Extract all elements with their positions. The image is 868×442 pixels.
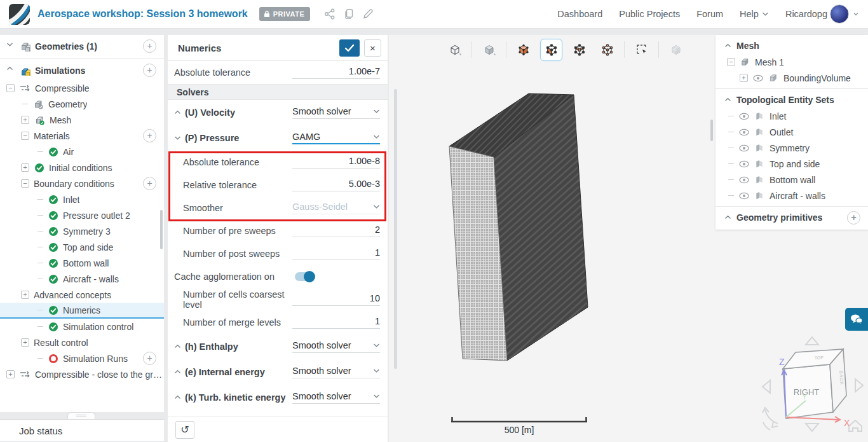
chevron-up-icon[interactable] (6, 66, 15, 74)
tree-item-numerics[interactable]: Numerics (0, 303, 164, 319)
settings-panel-scrollbar[interactable] (394, 89, 397, 369)
scene-item-top-and-side[interactable]: Top and side (715, 156, 868, 172)
tree-item-geometries-1[interactable]: Geometries (1)+ (0, 36, 164, 56)
dropdown-k-turb-kinetic-energy[interactable]: Smooth solver (292, 391, 380, 404)
value-input[interactable]: 1.00e-8 (292, 156, 380, 169)
user-avatar[interactable] (830, 4, 849, 24)
tree-item-pressure-outlet-2[interactable]: Pressure outlet 2 (0, 207, 164, 223)
eye-icon[interactable] (739, 192, 749, 200)
undo-button[interactable]: ↺ (175, 421, 194, 439)
value-input[interactable]: 1.00e-7 (292, 66, 380, 79)
scene-item-bottom-wall[interactable]: Bottom wall (715, 172, 868, 188)
value-input[interactable]: 10 (292, 293, 380, 306)
job-status-collapse-handle[interactable] (67, 412, 95, 419)
collapse-icon[interactable]: − (21, 179, 29, 188)
panel-header-geometry-primitives[interactable]: Geometry primitives+ (715, 209, 868, 226)
app-logo[interactable] (9, 4, 30, 25)
confirm-button[interactable] (339, 39, 360, 57)
add-button[interactable]: + (847, 211, 860, 224)
navigation-cube[interactable]: RIGHT TOP BACK Z X Y (756, 329, 868, 439)
expand-icon[interactable]: + (21, 338, 29, 347)
nav-home-icon (849, 420, 862, 431)
check-green-icon (48, 226, 58, 237)
scene-item-outlet[interactable]: Outlet (715, 124, 868, 140)
scene-item-inlet[interactable]: Inlet (715, 108, 868, 124)
tree-item-compressible-close-to-the-grou[interactable]: +Compressible - close to the grou... (0, 366, 164, 382)
tree-item-symmetry-3[interactable]: Symmetry 3 (0, 223, 164, 239)
tree-item-geometry[interactable]: Geometry (0, 96, 164, 112)
tree-item-initial-conditions[interactable]: +Initial conditions (0, 160, 164, 176)
eye-icon[interactable] (739, 160, 749, 168)
eye-icon[interactable] (739, 128, 749, 136)
scene-item-label: BoundingVolume (783, 73, 851, 83)
close-button[interactable]: × (364, 39, 381, 57)
value-input[interactable]: 1 (292, 316, 380, 329)
toggle-switch[interactable] (295, 272, 314, 281)
eye-icon[interactable] (739, 176, 749, 184)
value-input[interactable]: 5.00e-3 (292, 179, 380, 191)
add-button[interactable]: + (143, 64, 156, 77)
scene-tree-scrollbar[interactable] (710, 120, 713, 141)
collapse-icon[interactable]: − (21, 132, 29, 140)
value-input[interactable]: 1 (292, 247, 380, 260)
expand-icon[interactable]: + (740, 74, 748, 82)
tree-item-top-and-side[interactable]: Top and side (0, 239, 164, 255)
tree-item-mesh[interactable]: +Mesh (0, 112, 164, 128)
nav-item-ricardopg[interactable]: Ricardopg (785, 9, 827, 19)
scene-item-boundingvolume[interactable]: +BoundingVolume (715, 70, 868, 86)
chevron-up-icon[interactable] (174, 110, 181, 115)
tree-item-advanced-concepts[interactable]: +Advanced concepts (0, 287, 164, 303)
edit-icon[interactable] (362, 8, 374, 20)
chevron-down-icon[interactable] (6, 42, 15, 50)
expand-icon[interactable]: + (21, 116, 29, 124)
share-icon[interactable] (324, 8, 336, 20)
chevron-up-icon[interactable] (174, 344, 181, 349)
collapse-icon[interactable]: − (6, 84, 15, 92)
add-button[interactable]: + (143, 39, 156, 53)
copy-icon[interactable] (343, 8, 355, 20)
expand-icon[interactable]: + (21, 291, 29, 299)
add-button[interactable]: + (143, 352, 156, 365)
dropdown-h-enthalpy[interactable]: Smooth solver (292, 340, 380, 353)
dropdown-p-pressure[interactable]: GAMG (292, 132, 380, 144)
tree-item-simulation-runs[interactable]: Simulation Runs+ (0, 350, 164, 366)
tree-item-compressible[interactable]: −Compressible (0, 80, 164, 96)
collapse-icon[interactable]: − (727, 58, 735, 66)
tree-item-inlet[interactable]: Inlet (0, 191, 164, 207)
chat-button[interactable] (845, 308, 868, 331)
tree-item-boundary-conditions[interactable]: −Boundary conditions+ (0, 176, 164, 191)
expand-icon[interactable]: + (6, 370, 15, 378)
faces-gray-icon (754, 175, 764, 184)
panel-header-mesh[interactable]: Mesh (715, 38, 868, 54)
scene-item-symmetry[interactable]: Symmetry (715, 140, 868, 156)
panel-header-topological-entity-sets[interactable]: Topological Entity Sets (715, 92, 868, 108)
add-button[interactable]: + (143, 177, 156, 190)
tree-item-simulations[interactable]: Simulations+ (0, 60, 164, 80)
nav-item-forum[interactable]: Forum (696, 9, 723, 19)
dropdown-u-velocity[interactable]: Smooth solver (292, 106, 380, 119)
left-tree-scrollbar[interactable] (160, 210, 163, 249)
scene-item-aircraft-walls[interactable]: Aircraft - walls (715, 188, 868, 204)
nav-item-dashboard[interactable]: Dashboard (557, 9, 602, 19)
chevron-up-icon[interactable] (174, 395, 181, 400)
eye-icon[interactable] (739, 144, 749, 152)
tree-item-result-control[interactable]: +Result control (0, 335, 164, 350)
chevron-up-icon (724, 43, 731, 48)
nav-item-public-projects[interactable]: Public Projects (619, 9, 680, 19)
eye-icon[interactable] (739, 113, 749, 120)
tree-item-materials[interactable]: −Materials+ (0, 128, 164, 144)
chevron-up-icon[interactable] (174, 369, 181, 375)
value-input[interactable]: 2 (292, 224, 380, 237)
dropdown-e-internal-energy[interactable]: Smooth solver (292, 366, 380, 378)
tree-item-aircraft-walls[interactable]: Aircraft - walls (0, 271, 164, 287)
tree-item-air[interactable]: Air (0, 144, 164, 160)
expand-icon[interactable]: + (21, 163, 29, 172)
tree-item-bottom-wall[interactable]: Bottom wall (0, 255, 164, 271)
chevron-down-icon[interactable] (174, 135, 181, 141)
account-chevron-down-icon[interactable] (853, 11, 859, 17)
eye-icon[interactable] (753, 74, 763, 82)
tree-item-simulation-control[interactable]: Simulation control (0, 319, 164, 335)
nav-item-help[interactable]: Help (740, 9, 769, 19)
scene-item-mesh-1[interactable]: −Mesh 1 (715, 54, 868, 70)
add-button[interactable]: + (143, 129, 156, 142)
